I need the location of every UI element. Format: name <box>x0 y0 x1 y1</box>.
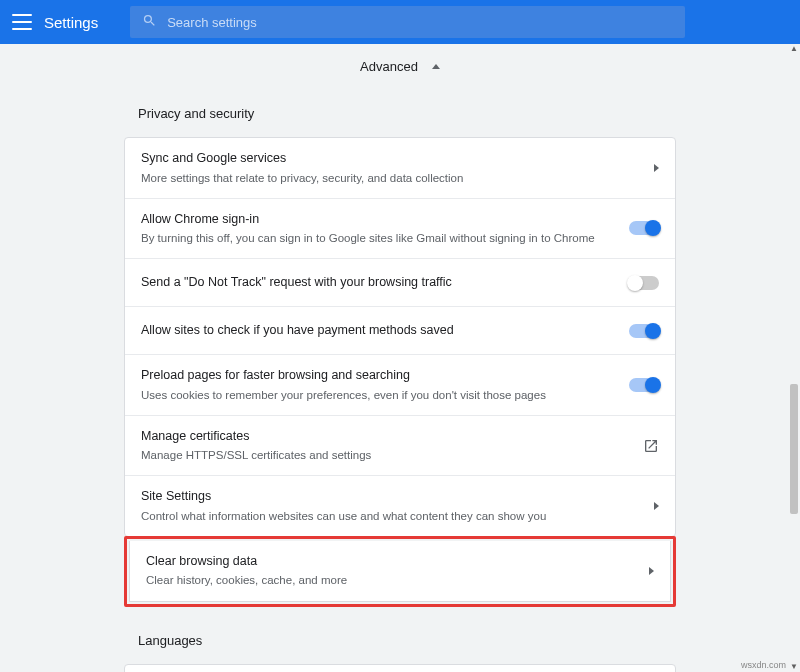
scroll-down-icon[interactable]: ▼ <box>789 662 799 672</box>
toggle-preload[interactable] <box>629 378 659 392</box>
highlight-annotation: Clear browsing data Clear history, cooki… <box>124 536 676 607</box>
row-title: Clear browsing data <box>146 553 637 571</box>
arrow-right-icon <box>649 567 654 575</box>
row-title: Site Settings <box>141 488 642 506</box>
caret-up-icon <box>432 64 440 69</box>
row-desc: By turning this off, you can sign in to … <box>141 230 617 246</box>
advanced-label: Advanced <box>360 59 418 74</box>
search-icon <box>142 13 157 32</box>
row-dnt[interactable]: Send a "Do Not Track" request with your … <box>125 259 675 307</box>
row-desc: Control what information websites can us… <box>141 508 642 524</box>
row-preload[interactable]: Preload pages for faster browsing and se… <box>125 355 675 416</box>
row-payment[interactable]: Allow sites to check if you have payment… <box>125 307 675 355</box>
row-title: Preload pages for faster browsing and se… <box>141 367 617 385</box>
row-title: Sync and Google services <box>141 150 642 168</box>
scroll-thumb[interactable] <box>790 384 798 514</box>
watermark: wsxdn.com <box>741 660 786 670</box>
settings-header: Settings <box>0 0 800 44</box>
scrollbar[interactable]: ▲ ▼ <box>789 44 799 672</box>
row-desc: Clear history, cookies, cache, and more <box>146 572 637 588</box>
languages-section: Languages Language English Spell check E… <box>124 607 676 672</box>
external-link-icon <box>643 438 659 454</box>
row-site-settings[interactable]: Site Settings Control what information w… <box>125 476 675 536</box>
header-title: Settings <box>44 14 98 31</box>
menu-icon[interactable] <box>12 14 32 30</box>
search-input[interactable] <box>167 15 673 30</box>
section-title-languages: Languages <box>138 633 676 648</box>
row-certificates[interactable]: Manage certificates Manage HTTPS/SSL cer… <box>125 416 675 477</box>
privacy-section: Privacy and security Sync and Google ser… <box>124 88 676 607</box>
row-title: Manage certificates <box>141 428 631 446</box>
languages-card: Language English Spell check English (Un… <box>124 664 676 672</box>
content-area: Advanced Privacy and security Sync and G… <box>0 44 800 672</box>
toggle-allow-signin[interactable] <box>629 221 659 235</box>
row-desc: More settings that relate to privacy, se… <box>141 170 642 186</box>
arrow-right-icon <box>654 502 659 510</box>
toggle-payment[interactable] <box>629 324 659 338</box>
toggle-dnt[interactable] <box>629 276 659 290</box>
row-title: Allow sites to check if you have payment… <box>141 322 617 340</box>
section-title-privacy: Privacy and security <box>138 106 676 121</box>
row-clear-browsing-data[interactable]: Clear browsing data Clear history, cooki… <box>130 541 670 601</box>
search-box[interactable] <box>130 6 685 38</box>
scroll-up-icon[interactable]: ▲ <box>789 44 799 54</box>
advanced-toggle[interactable]: Advanced <box>0 44 800 88</box>
row-sync[interactable]: Sync and Google services More settings t… <box>125 138 675 199</box>
row-title: Allow Chrome sign-in <box>141 211 617 229</box>
privacy-card: Sync and Google services More settings t… <box>124 137 676 537</box>
row-language[interactable]: Language English <box>125 665 675 672</box>
row-title: Send a "Do Not Track" request with your … <box>141 274 617 292</box>
row-desc: Manage HTTPS/SSL certificates and settin… <box>141 447 631 463</box>
row-desc: Uses cookies to remember your preference… <box>141 387 617 403</box>
row-allow-signin[interactable]: Allow Chrome sign-in By turning this off… <box>125 199 675 260</box>
arrow-right-icon <box>654 164 659 172</box>
